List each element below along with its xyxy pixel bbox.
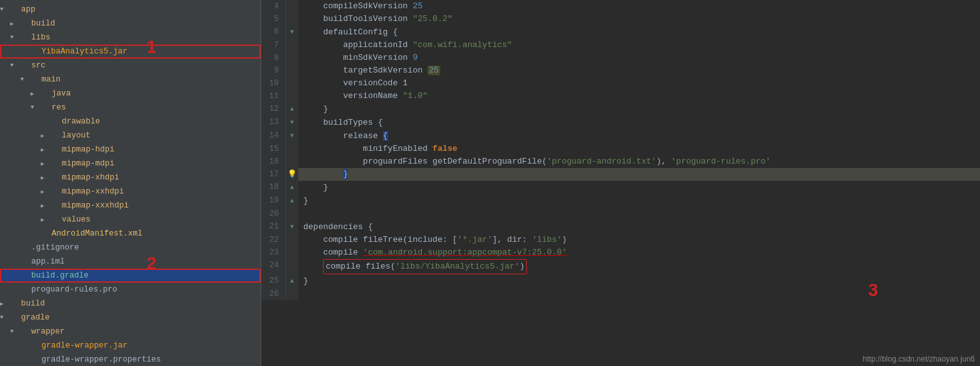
code-content[interactable]: compile files('libs/YibaAnalytics5.jar') — [298, 259, 980, 274]
gutter-icon[interactable] — [285, 77, 298, 90]
code-content[interactable]: targetSdkVersion 25 — [298, 64, 980, 77]
tree-item-build.gradle[interactable]: build.gradle — [0, 269, 261, 283]
tree-label: app — [21, 5, 36, 14]
tree-label: app.iml — [31, 257, 65, 266]
tree-item-layout[interactable]: ▶layout — [0, 129, 261, 143]
tree-item-.gitignore[interactable]: .gitignore — [0, 241, 261, 255]
code-content[interactable]: compile 'com.android.support:appcompat-v… — [298, 246, 980, 259]
gutter-icon[interactable]: ▲ — [285, 274, 298, 288]
tree-item-values[interactable]: ▶values — [0, 213, 261, 227]
tree-item-java[interactable]: ▶java — [0, 87, 261, 101]
gutter-icon[interactable] — [285, 234, 298, 246]
tree-item-main[interactable]: ▼main — [0, 73, 261, 87]
tree-arrow: ▶ — [0, 300, 9, 307]
tree-item-YibaAnalytics5.jar[interactable]: YibaAnalytics5.jar — [0, 45, 261, 59]
tree-label: gradle-wrapper.properties — [41, 355, 161, 364]
line-number: 7 — [261, 39, 285, 52]
tree-item-proguard-rules.pro[interactable]: proguard-rules.pro — [0, 283, 261, 297]
code-content[interactable]: minifyEnabled false — [298, 143, 980, 155]
gutter-icon[interactable] — [285, 246, 298, 259]
code-content[interactable]: compile fileTree(include: ['*.jar'], dir… — [298, 234, 980, 246]
code-content[interactable]: buildTypes { — [298, 116, 980, 129]
tree-arrow: ▶ — [41, 160, 50, 167]
tree-label: build — [21, 299, 45, 308]
code-content[interactable]: } — [298, 274, 980, 288]
tree-arrow: ▼ — [0, 6, 9, 13]
line-number: 5 — [261, 13, 285, 25]
fold-icon[interactable]: ▲ — [290, 197, 294, 204]
tree-label: proguard-rules.pro — [31, 285, 117, 294]
line-number: 9 — [261, 64, 285, 77]
gutter-icon[interactable]: 💡 — [285, 168, 298, 181]
gutter-icon[interactable] — [285, 0, 298, 13]
code-content[interactable]: versionName "1.0" — [298, 90, 980, 102]
code-editor[interactable]: 4 compileSdkVersion 255 buildToolsVersio… — [261, 0, 980, 300]
gutter-icon[interactable]: ▲ — [285, 181, 298, 194]
tree-item-gradle[interactable]: ▼gradle — [0, 311, 261, 325]
gutter-icon[interactable] — [285, 155, 298, 168]
gutter-icon[interactable]: ▼ — [285, 25, 298, 39]
code-content[interactable]: applicationId "com.wifi.analytics" — [298, 39, 980, 52]
gutter-icon[interactable] — [285, 259, 298, 274]
code-content[interactable]: } — [298, 194, 980, 208]
fold-icon[interactable]: ▼ — [290, 223, 294, 230]
code-content[interactable]: versionCode 1 — [298, 77, 980, 90]
gutter-icon[interactable] — [285, 288, 298, 300]
fold-icon[interactable]: ▼ — [290, 29, 294, 36]
tree-item-drawable[interactable]: drawable — [0, 115, 261, 129]
line-number: 17 — [261, 168, 285, 181]
fold-icon[interactable]: ▲ — [290, 184, 294, 191]
tree-item-AndroidManifest.xml[interactable]: AndroidManifest.xml — [0, 227, 261, 241]
tree-item-gradle-wrapper.properties[interactable]: gradle-wrapper.properties — [0, 353, 261, 366]
gutter-icon[interactable]: ▲ — [285, 102, 298, 116]
gutter-icon[interactable] — [285, 64, 298, 77]
fold-icon[interactable]: ▲ — [290, 106, 294, 113]
line-number: 19 — [261, 194, 285, 208]
gutter-icon[interactable] — [285, 143, 298, 155]
tree-item-res[interactable]: ▼res — [0, 101, 261, 115]
code-content[interactable]: defaultConfig { — [298, 25, 980, 39]
fold-icon[interactable]: ▼ — [290, 119, 294, 126]
tree-item-app.iml[interactable]: app.iml — [0, 255, 261, 269]
code-content[interactable]: } — [298, 102, 980, 116]
tree-item-app[interactable]: ▼app — [0, 3, 261, 17]
tree-item-libs[interactable]: ▼libs — [0, 31, 261, 45]
gutter-icon[interactable]: ▲ — [285, 194, 298, 208]
code-content[interactable]: buildToolsVersion "25.0.2" — [298, 13, 980, 25]
file-tree[interactable]: ▼app▶build▼libsYibaAnalytics5.jar▼src▼ma… — [0, 0, 261, 366]
code-content[interactable]: } — [298, 168, 980, 181]
code-content[interactable] — [298, 208, 980, 220]
tree-item-mipmap-xxhdpi[interactable]: ▶mipmap-xxhdpi — [0, 185, 261, 199]
code-content[interactable] — [298, 288, 980, 300]
code-content[interactable]: compileSdkVersion 25 — [298, 0, 980, 13]
tree-item-mipmap-mdpi[interactable]: ▶mipmap-mdpi — [0, 157, 261, 171]
gutter-icon[interactable] — [285, 208, 298, 220]
code-content[interactable]: } — [298, 181, 980, 194]
code-line-5: 5 buildToolsVersion "25.0.2" — [261, 13, 980, 25]
tree-item-build[interactable]: ▶build — [0, 17, 261, 31]
tree-item-gradle-wrapper.jar[interactable]: gradle-wrapper.jar — [0, 339, 261, 353]
tree-label: YibaAnalytics5.jar — [41, 47, 127, 56]
gutter-icon[interactable] — [285, 90, 298, 102]
gutter-icon[interactable]: ▼ — [285, 129, 298, 143]
gutter-icon[interactable] — [285, 13, 298, 25]
gutter-icon[interactable] — [285, 39, 298, 52]
gutter-icon[interactable] — [285, 52, 298, 64]
warn-icon[interactable]: 💡 — [287, 170, 297, 179]
tree-item-mipmap-xxxhdpi[interactable]: ▶mipmap-xxxhdpi — [0, 199, 261, 213]
gutter-icon[interactable]: ▼ — [285, 220, 298, 234]
tree-item-mipmap-xhdpi[interactable]: ▶mipmap-xhdpi — [0, 171, 261, 185]
tree-label: wrapper — [31, 327, 65, 336]
code-content[interactable]: dependencies { — [298, 220, 980, 234]
tree-label: java — [52, 89, 71, 98]
code-content[interactable]: release { — [298, 129, 980, 143]
fold-icon[interactable]: ▲ — [290, 278, 294, 285]
code-content[interactable]: minSdkVersion 9 — [298, 52, 980, 64]
gutter-icon[interactable]: ▼ — [285, 116, 298, 129]
tree-item-build2[interactable]: ▶build — [0, 297, 261, 311]
tree-item-mipmap-hdpi[interactable]: ▶mipmap-hdpi — [0, 143, 261, 157]
tree-item-wrapper[interactable]: ▼wrapper — [0, 325, 261, 339]
code-content[interactable]: proguardFiles getDefaultProguardFile('pr… — [298, 155, 980, 168]
tree-item-src[interactable]: ▼src — [0, 59, 261, 73]
fold-icon[interactable]: ▼ — [290, 132, 294, 139]
